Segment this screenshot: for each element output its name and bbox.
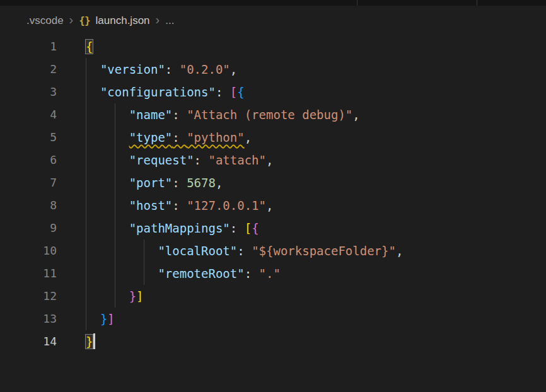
code-text: "pathMappings": [{ (57, 217, 259, 239)
code-token: { (237, 85, 244, 99)
code-token: : (172, 199, 187, 212)
code-token: : (237, 244, 252, 258)
code-line[interactable]: 8 "host": "127.0.0.1", (0, 194, 546, 217)
code-token: "127.0.0.1" (187, 199, 266, 212)
code-token: : (216, 85, 230, 99)
code-token: "host" (129, 199, 173, 212)
code-token: { (252, 221, 258, 235)
code-text: { (57, 35, 93, 58)
code-line[interactable]: 1{ (0, 35, 546, 58)
code-line[interactable]: 4 "name": "Attach (remote debug)", (0, 103, 546, 126)
code-text: }] (57, 285, 144, 308)
line-number[interactable]: 5 (0, 126, 57, 149)
code-text: "host": "127.0.0.1", (57, 194, 273, 217)
code-text: }] (57, 308, 115, 330)
breadcrumb-symbol[interactable]: ... (165, 14, 174, 27)
code-token: : (172, 130, 187, 144)
code-token: "port" (129, 176, 173, 190)
code-text: } (57, 330, 95, 353)
code-token: "name" (129, 108, 173, 122)
code-line[interactable]: 10 "localRoot": "${workspaceFolder}", (0, 239, 546, 262)
code-editor[interactable]: 1{2 "version": "0.2.0",3 "configurations… (0, 35, 546, 353)
line-number[interactable]: 1 (0, 35, 57, 58)
line-number[interactable]: 7 (0, 171, 57, 194)
code-text: "localRoot": "${workspaceFolder}", (57, 239, 403, 262)
code-token: , (396, 244, 403, 258)
code-line[interactable]: 3 "configurations": [{ (0, 81, 546, 103)
bracket-match: { (86, 40, 93, 54)
code-token (86, 130, 129, 144)
code-token: "configurations" (100, 85, 216, 99)
code-token: : (165, 62, 180, 76)
code-text: "name": "Attach (remote debug)", (57, 103, 360, 126)
code-token: "version" (100, 62, 165, 76)
code-token: , (266, 153, 273, 167)
line-number[interactable]: 11 (0, 262, 57, 285)
code-line[interactable]: 5 "type": "python", (0, 126, 546, 149)
line-number[interactable]: 3 (0, 81, 57, 103)
code-token: "attach" (208, 153, 266, 167)
vscode-window: .vscode › {} launch.json › ... 1{2 "vers… (0, 0, 546, 392)
code-token: ] (107, 312, 114, 326)
chevron-right-icon: › (69, 13, 74, 28)
code-token: , (352, 108, 359, 122)
code-token: , (230, 62, 237, 76)
breadcrumb-file[interactable]: launch.json (96, 14, 150, 27)
code-token: "localRoot" (158, 244, 237, 258)
json-braces-icon: {} (79, 14, 90, 26)
text-cursor (93, 333, 95, 349)
code-lines: 1{2 "version": "0.2.0",3 "configurations… (0, 35, 546, 353)
code-token: "0.2.0" (180, 62, 230, 76)
code-line[interactable]: 13 }] (0, 308, 546, 330)
code-text: "port": 5678, (57, 171, 223, 194)
code-token (86, 176, 129, 190)
code-token: "type" (129, 130, 173, 144)
tab-bar-strip (0, 0, 546, 6)
code-line[interactable]: 9 "pathMappings": [{ (0, 217, 546, 239)
code-token: [ (230, 85, 237, 99)
line-number[interactable]: 8 (0, 194, 57, 217)
line-number[interactable]: 4 (0, 103, 57, 126)
line-number[interactable]: 14 (0, 330, 57, 353)
code-line[interactable]: 12 }] (0, 285, 546, 308)
chevron-right-icon: › (156, 13, 160, 28)
code-line[interactable]: 6 "request": "attach", (0, 149, 546, 171)
tab-separator (477, 0, 477, 6)
code-token: "request" (129, 153, 194, 167)
line-number[interactable]: 13 (0, 308, 57, 330)
code-text: "type": "python", (57, 126, 252, 149)
code-token: [ (245, 221, 252, 235)
code-text: "configurations": [{ (57, 81, 245, 103)
line-number[interactable]: 9 (0, 217, 57, 239)
code-token: "python" (187, 130, 245, 144)
line-number[interactable]: 10 (0, 239, 57, 262)
line-number[interactable]: 6 (0, 149, 57, 171)
code-token (86, 199, 129, 212)
code-token: : (172, 176, 187, 190)
code-token: } (100, 312, 107, 326)
code-token (86, 267, 158, 280)
code-token (86, 312, 100, 326)
code-token: : (245, 267, 259, 280)
breadcrumb-folder[interactable]: .vscode (26, 14, 64, 27)
code-token (86, 244, 158, 258)
breadcrumb: .vscode › {} launch.json › ... (0, 6, 546, 35)
code-line[interactable]: 7 "port": 5678, (0, 171, 546, 194)
code-line[interactable]: 14} (0, 330, 546, 353)
code-token (86, 289, 129, 303)
line-number[interactable]: 2 (0, 58, 57, 81)
code-token: } (129, 289, 136, 303)
code-token: "pathMappings" (129, 221, 230, 235)
code-token: "remoteRoot" (158, 267, 244, 280)
code-token (86, 108, 129, 122)
code-token: : (172, 108, 187, 122)
line-number[interactable]: 12 (0, 285, 57, 308)
code-line[interactable]: 2 "version": "0.2.0", (0, 58, 546, 81)
code-token (86, 85, 100, 99)
code-token: "${workspaceFolder}" (252, 244, 396, 258)
code-token (86, 62, 100, 76)
code-token: 5678 (187, 176, 216, 190)
code-line[interactable]: 11 "remoteRoot": "." (0, 262, 546, 285)
code-token: , (266, 199, 273, 212)
code-token: : (194, 153, 209, 167)
